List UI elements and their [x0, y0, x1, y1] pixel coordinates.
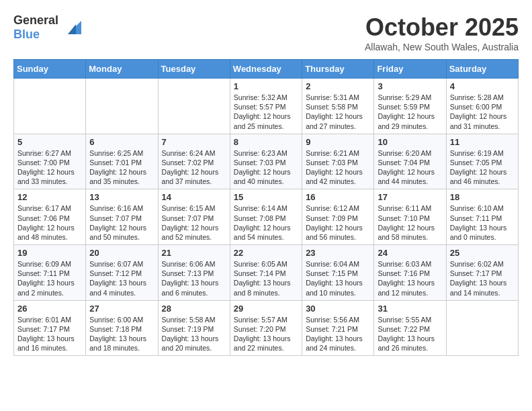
- day-info: and 52 minutes.: [162, 232, 226, 242]
- day-info: Sunset: 7:16 PM: [378, 269, 442, 278]
- day-info: and 0 minutes.: [450, 232, 515, 242]
- day-number: 25: [450, 248, 515, 258]
- day-info: Daylight: 12 hours: [450, 167, 515, 177]
- calendar-cell: 23Sunrise: 6:04 AMSunset: 7:15 PMDayligh…: [302, 245, 374, 301]
- day-info: Sunset: 7:05 PM: [450, 158, 515, 167]
- day-info: and 4 minutes.: [89, 288, 154, 298]
- weekday-header: Thursday: [302, 60, 374, 79]
- day-number: 6: [89, 137, 154, 147]
- day-info: Daylight: 13 hours: [306, 278, 370, 287]
- day-info: and 8 minutes.: [234, 288, 298, 298]
- day-info: Sunset: 7:04 PM: [378, 158, 442, 167]
- day-info: Sunrise: 6:01 AM: [17, 315, 82, 324]
- calendar-cell: 18Sunrise: 6:10 AMSunset: 7:11 PMDayligh…: [446, 189, 518, 245]
- day-number: 8: [234, 137, 298, 147]
- day-info: and 58 minutes.: [378, 232, 442, 242]
- calendar-cell: [446, 300, 518, 356]
- day-info: and 6 minutes.: [162, 288, 226, 298]
- day-info: Sunset: 7:12 PM: [89, 269, 154, 278]
- calendar-cell: 30Sunrise: 5:56 AMSunset: 7:21 PMDayligh…: [302, 300, 374, 356]
- calendar-cell: 9Sunrise: 6:21 AMSunset: 7:03 PMDaylight…: [302, 134, 374, 189]
- calendar-week-row: 5Sunrise: 6:27 AMSunset: 7:00 PMDaylight…: [14, 134, 519, 189]
- calendar-cell: [14, 79, 86, 134]
- day-info: Sunrise: 6:00 AM: [89, 315, 154, 324]
- logo-text: General Blue: [13, 13, 58, 42]
- day-info: Sunrise: 6:07 AM: [89, 259, 154, 269]
- day-info: Sunset: 5:58 PM: [306, 102, 370, 111]
- calendar-cell: 27Sunrise: 6:00 AMSunset: 7:18 PMDayligh…: [86, 300, 158, 356]
- calendar-cell: 22Sunrise: 6:05 AMSunset: 7:14 PMDayligh…: [230, 245, 302, 301]
- calendar-cell: 4Sunrise: 5:28 AMSunset: 6:00 PMDaylight…: [446, 79, 518, 134]
- day-info: Sunrise: 6:05 AM: [234, 259, 298, 269]
- day-info: and 25 minutes.: [234, 122, 298, 131]
- day-info: and 33 minutes.: [17, 177, 82, 186]
- day-info: and 31 minutes.: [450, 122, 515, 131]
- day-info: Sunrise: 5:58 AM: [162, 315, 226, 324]
- month-title: October 2025: [365, 13, 519, 42]
- day-number: 16: [306, 192, 370, 202]
- day-info: Daylight: 13 hours: [378, 334, 442, 343]
- day-info: Daylight: 12 hours: [378, 167, 442, 177]
- calendar-cell: 5Sunrise: 6:27 AMSunset: 7:00 PMDaylight…: [14, 134, 86, 189]
- day-number: 19: [17, 248, 82, 258]
- day-number: 4: [450, 81, 515, 91]
- calendar-cell: 21Sunrise: 6:06 AMSunset: 7:13 PMDayligh…: [158, 245, 230, 301]
- day-number: 11: [450, 137, 515, 147]
- day-info: Daylight: 12 hours: [306, 223, 370, 232]
- day-info: and 46 minutes.: [450, 177, 515, 186]
- day-info: Sunrise: 5:32 AM: [234, 93, 298, 102]
- day-info: Daylight: 12 hours: [234, 167, 298, 177]
- day-info: Sunset: 7:00 PM: [17, 158, 82, 167]
- day-info: Daylight: 12 hours: [17, 167, 82, 177]
- calendar-cell: 8Sunrise: 6:23 AMSunset: 7:03 PMDaylight…: [230, 134, 302, 189]
- day-info: Sunrise: 5:57 AM: [234, 315, 298, 324]
- calendar-table: SundayMondayTuesdayWednesdayThursdayFrid…: [13, 59, 519, 356]
- calendar-cell: 14Sunrise: 6:15 AMSunset: 7:07 PMDayligh…: [158, 189, 230, 245]
- day-number: 23: [306, 248, 370, 258]
- day-info: Sunrise: 6:25 AM: [89, 148, 154, 158]
- day-info: Daylight: 13 hours: [450, 223, 515, 232]
- logo-icon: [61, 17, 81, 38]
- day-info: and 22 minutes.: [234, 343, 298, 353]
- day-info: Sunrise: 6:03 AM: [378, 259, 442, 269]
- day-info: Daylight: 12 hours: [378, 223, 442, 232]
- day-info: Sunrise: 6:15 AM: [162, 203, 226, 213]
- day-info: Sunset: 7:22 PM: [378, 324, 442, 334]
- day-info: Sunrise: 6:17 AM: [17, 203, 82, 213]
- calendar-week-row: 26Sunrise: 6:01 AMSunset: 7:17 PMDayligh…: [14, 300, 519, 356]
- day-number: 10: [378, 137, 442, 147]
- day-info: Daylight: 12 hours: [162, 223, 226, 232]
- day-info: Daylight: 13 hours: [17, 278, 82, 287]
- day-info: and 18 minutes.: [89, 343, 154, 353]
- day-info: Sunrise: 6:21 AM: [306, 148, 370, 158]
- day-info: Sunset: 7:21 PM: [306, 324, 370, 334]
- day-number: 5: [17, 137, 82, 147]
- day-info: Sunrise: 5:56 AM: [306, 315, 370, 324]
- calendar-cell: 17Sunrise: 6:11 AMSunset: 7:10 PMDayligh…: [374, 189, 446, 245]
- day-number: 2: [306, 81, 370, 91]
- weekday-header: Wednesday: [230, 60, 302, 79]
- calendar-cell: 20Sunrise: 6:07 AMSunset: 7:12 PMDayligh…: [86, 245, 158, 301]
- calendar-week-row: 12Sunrise: 6:17 AMSunset: 7:06 PMDayligh…: [14, 189, 519, 245]
- day-info: and 40 minutes.: [234, 177, 298, 186]
- calendar-cell: 26Sunrise: 6:01 AMSunset: 7:17 PMDayligh…: [14, 300, 86, 356]
- day-number: 3: [378, 81, 442, 91]
- day-info: Daylight: 13 hours: [89, 334, 154, 343]
- day-info: Sunrise: 6:02 AM: [450, 259, 515, 269]
- day-info: Daylight: 13 hours: [162, 278, 226, 287]
- day-info: Sunset: 7:14 PM: [234, 269, 298, 278]
- day-info: Sunrise: 6:12 AM: [306, 203, 370, 213]
- day-number: 12: [17, 192, 82, 202]
- day-info: and 29 minutes.: [378, 122, 442, 131]
- day-info: Daylight: 12 hours: [162, 167, 226, 177]
- day-info: Sunset: 7:17 PM: [450, 269, 515, 278]
- day-info: Daylight: 12 hours: [306, 167, 370, 177]
- calendar-cell: 7Sunrise: 6:24 AMSunset: 7:02 PMDaylight…: [158, 134, 230, 189]
- day-info: Sunrise: 6:09 AM: [17, 259, 82, 269]
- calendar-week-row: 19Sunrise: 6:09 AMSunset: 7:11 PMDayligh…: [14, 245, 519, 301]
- day-info: Sunrise: 6:06 AM: [162, 259, 226, 269]
- day-info: Sunset: 7:10 PM: [378, 214, 442, 223]
- location-subtitle: Allawah, New South Wales, Australia: [365, 42, 519, 52]
- calendar-cell: 1Sunrise: 5:32 AMSunset: 5:57 PMDaylight…: [230, 79, 302, 134]
- day-info: Daylight: 13 hours: [234, 278, 298, 287]
